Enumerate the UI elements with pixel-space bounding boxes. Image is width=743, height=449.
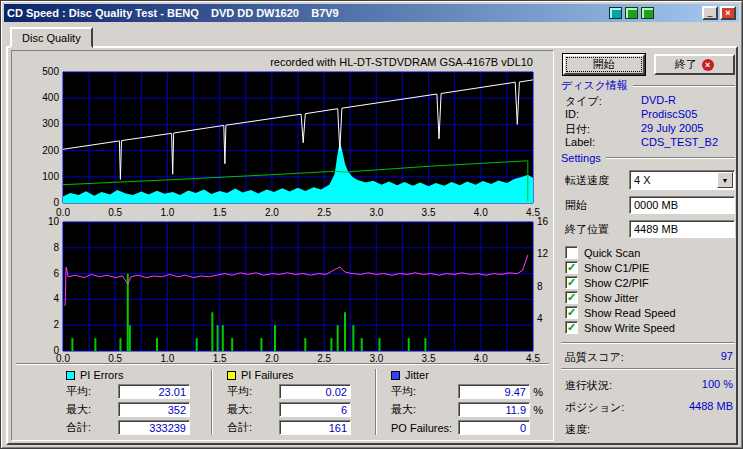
- disc-type-row: タイプ: DVD-R: [565, 94, 735, 107]
- checkbox-box[interactable]: ✓: [565, 306, 578, 319]
- disc-info-title: ディスク情報: [561, 78, 628, 93]
- stat-row: 合計: 161: [227, 420, 351, 435]
- position-label: ポジション:: [565, 400, 624, 414]
- stat-value: 0: [458, 420, 530, 435]
- disc-id-row: ID: ProdiscS05: [565, 108, 735, 121]
- separator: [375, 369, 377, 435]
- position-row: ポジション: 4488 MB: [565, 400, 733, 414]
- disc-label-row: Label: CDS_TEST_B2: [565, 136, 735, 149]
- checkbox-label: Quick Scan: [584, 247, 640, 259]
- svg-text:200: 200: [42, 145, 59, 156]
- close-circle-icon: ×: [702, 59, 714, 71]
- pi-failures-legend-label: PI Failures: [241, 369, 294, 381]
- pi-failures-stats: PI Failures 平均: 0.02 最大: 6 合計: 161: [227, 369, 351, 435]
- progress-row: 進行状況: 100 %: [565, 378, 733, 392]
- pi-errors-stats: PI Errors 平均: 23.01 最大: 352 合計: 333239: [66, 369, 190, 435]
- progress-value: 100 %: [702, 378, 733, 392]
- speed-select[interactable]: 4 X ▼: [629, 170, 735, 190]
- stat-unit: %: [530, 404, 543, 416]
- progress-label: 進行状況:: [565, 378, 612, 392]
- svg-text:8: 8: [537, 281, 543, 292]
- separator: [561, 342, 735, 344]
- disc-date-value: 29 July 2005: [641, 122, 703, 135]
- checkbox-show-read-speed[interactable]: ✓ Show Read Speed: [565, 306, 676, 319]
- stat-label: 平均:: [66, 384, 91, 399]
- svg-text:6: 6: [53, 268, 59, 279]
- checkbox-box[interactable]: ✓: [565, 246, 578, 259]
- checkbox-show-c1-pie[interactable]: ✓ Show C1/PIE: [565, 261, 649, 274]
- stat-label: 平均:: [227, 384, 252, 399]
- close-button[interactable]: ×: [720, 6, 736, 20]
- stat-label: 合計:: [66, 420, 91, 435]
- checkbox-box[interactable]: ✓: [565, 321, 578, 334]
- start-button[interactable]: 開始: [563, 54, 645, 75]
- end-position-label: 終了位置: [565, 222, 609, 237]
- svg-text:300: 300: [42, 118, 59, 129]
- pi-errors-chart: 0.00.51.01.52.02.53.03.54.04.50100200300…: [12, 67, 552, 219]
- svg-text:400: 400: [42, 92, 59, 103]
- speed-label: 転送速度: [565, 173, 609, 188]
- start-position-input[interactable]: 0000 MB: [629, 196, 735, 214]
- stat-unit: %: [530, 386, 543, 398]
- quality-score-row: 品質スコア: 97: [565, 350, 733, 364]
- disc-type-value: DVD-R: [641, 94, 676, 107]
- quality-score-label: 品質スコア:: [565, 350, 624, 364]
- dropdown-button[interactable]: ▼: [717, 172, 733, 188]
- tab-disc-quality[interactable]: Disc Quality: [10, 27, 93, 48]
- minimize-button[interactable]: _: [702, 6, 718, 20]
- start-position-row: 開始 0000 MB: [565, 196, 735, 214]
- disc-label-label: Label:: [565, 136, 641, 149]
- checkbox-quick-scan[interactable]: ✓ Quick Scan: [565, 246, 640, 259]
- checkbox-box[interactable]: ✓: [565, 276, 578, 289]
- stat-row: 平均: 0.02: [227, 384, 351, 399]
- chart-panel: recorded with HL-DT-STDVDRAM GSA-4167B v…: [11, 50, 554, 441]
- stat-value: 11.9: [458, 402, 530, 417]
- minimize-icon: _: [707, 8, 712, 17]
- stat-row: 合計: 333239: [66, 420, 190, 435]
- start-position-label: 開始: [565, 198, 587, 213]
- stat-row: 平均: 9.47 %: [391, 384, 543, 399]
- jitter-pif-chart: 0.00.51.01.52.02.53.03.54.04.50246810481…: [12, 217, 552, 367]
- separator: [633, 85, 735, 87]
- screen-icon[interactable]: [609, 7, 622, 19]
- position-value: 4488 MB: [689, 400, 733, 414]
- checkbox-show-jitter[interactable]: ✓ Show Jitter: [565, 291, 638, 304]
- stat-value: 0.02: [279, 384, 351, 399]
- stat-label: 最大:: [227, 402, 252, 417]
- disc-icon[interactable]: [625, 7, 638, 19]
- titlebar[interactable]: CD Speed : Disc Quality Test - BENQ DVD …: [4, 4, 739, 22]
- window-title: CD Speed : Disc Quality Test - BENQ DVD …: [7, 7, 606, 19]
- quality-score-value: 97: [721, 350, 733, 364]
- svg-text:16: 16: [537, 217, 549, 227]
- settings-header: Settings: [561, 152, 735, 164]
- exit-button[interactable]: 終了 ×: [654, 54, 736, 75]
- end-position-input[interactable]: 4489 MB: [629, 220, 735, 238]
- stat-value: 161: [279, 420, 351, 435]
- checkbox-box[interactable]: ✓: [565, 291, 578, 304]
- close-icon: ×: [725, 9, 730, 18]
- exit-button-label: 終了: [675, 57, 697, 72]
- jitter-legend-label: Jitter: [405, 369, 429, 381]
- stat-value: 352: [118, 402, 190, 417]
- check-icon: ✓: [567, 277, 576, 288]
- control-panel: 開始 終了 × ディスク情報 タイプ: DVD-R ID: ProdiscS05…: [559, 50, 736, 442]
- stat-row: PO Failures: 0: [391, 420, 543, 435]
- checkbox-show-write-speed[interactable]: ✓ Show Write Speed: [565, 321, 675, 334]
- disc-type-label: タイプ:: [565, 94, 641, 107]
- stat-label: 最大:: [391, 402, 416, 417]
- pi-failures-swatch: [227, 371, 236, 380]
- stat-label: PO Failures:: [391, 422, 452, 434]
- book-icon[interactable]: [641, 7, 654, 19]
- checkbox-show-c2-pif[interactable]: ✓ Show C2/PIF: [565, 276, 649, 289]
- checkbox-box[interactable]: ✓: [565, 261, 578, 274]
- check-icon: ✓: [567, 262, 576, 273]
- stat-value: 23.01: [118, 384, 190, 399]
- separator: [16, 363, 549, 365]
- check-icon: ✓: [567, 307, 576, 318]
- svg-text:10: 10: [48, 217, 60, 227]
- svg-text:4: 4: [537, 313, 543, 324]
- checkbox-label: Show Write Speed: [584, 322, 675, 334]
- disc-info-header: ディスク情報: [561, 78, 735, 93]
- check-icon: ✓: [567, 322, 576, 333]
- pi-errors-legend-label: PI Errors: [80, 369, 123, 381]
